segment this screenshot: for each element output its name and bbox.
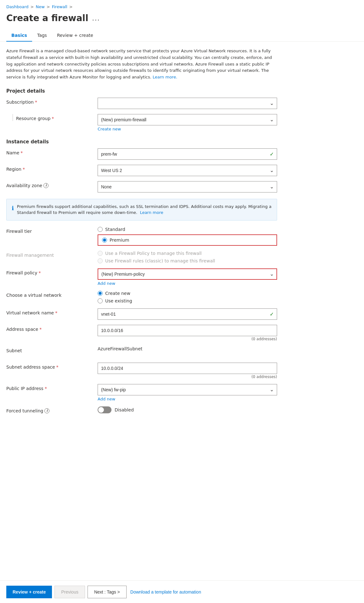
name-required: * bbox=[20, 150, 23, 155]
choose-vnet-label: Choose a virtual network bbox=[6, 291, 98, 298]
download-template-button[interactable]: Download a template for automation bbox=[129, 587, 202, 597]
region-control: West US 2 bbox=[98, 165, 277, 176]
subnet-address-space-label: Subnet address space * bbox=[6, 363, 98, 370]
public-ip-dropdown[interactable]: (New) fw-pip bbox=[98, 384, 277, 395]
firewall-management-classic[interactable]: Use Firewall rules (classic) to manage t… bbox=[98, 258, 277, 263]
forced-tunneling-label: Forced tunneling i bbox=[6, 406, 98, 413]
firewall-tier-control: Standard Premium bbox=[98, 227, 277, 246]
forced-tunneling-toggle[interactable] bbox=[98, 406, 111, 413]
subnet-value: AzureFirewallSubnet bbox=[98, 344, 142, 351]
address-space-label: Address space * bbox=[6, 325, 98, 332]
region-required: * bbox=[23, 167, 25, 172]
subnet-address-space-required: * bbox=[56, 365, 59, 370]
subnet-address-space-hint: (0 addresses) bbox=[98, 375, 277, 379]
choose-vnet-radio-group: Create new Use existing bbox=[98, 291, 277, 303]
firewall-tier-standard[interactable]: Standard bbox=[98, 227, 277, 232]
firewall-management-classic-label: Use Firewall rules (classic) to manage t… bbox=[105, 258, 215, 263]
firewall-policy-required: * bbox=[38, 270, 41, 275]
name-row: Name * ✓ bbox=[6, 148, 277, 160]
vnet-use-existing-radio[interactable] bbox=[98, 298, 103, 303]
breadcrumb: Dashboard > New > Firewall > bbox=[0, 0, 364, 12]
vnet-name-input[interactable] bbox=[98, 308, 277, 320]
tab-basics[interactable]: Basics bbox=[6, 30, 32, 42]
name-input[interactable] bbox=[98, 148, 277, 160]
subnet-address-space-control: (0 addresses) bbox=[98, 363, 277, 379]
availability-zone-info-icon[interactable]: i bbox=[43, 183, 48, 188]
next-button[interactable]: Next : Tags > bbox=[88, 586, 127, 598]
vnet-create-new[interactable]: Create new bbox=[98, 291, 277, 296]
firewall-tier-premium-box: Premium bbox=[98, 234, 277, 246]
forced-tunneling-row: Forced tunneling i Disabled bbox=[6, 406, 277, 418]
firewall-tier-premium-label: Premium bbox=[110, 238, 129, 243]
info-box-text: Premium firewalls support additional cap… bbox=[17, 204, 272, 216]
region-row: Region * West US 2 bbox=[6, 165, 277, 176]
create-new-rg-link[interactable]: Create new bbox=[98, 127, 121, 131]
forced-tunneling-slider bbox=[98, 406, 111, 413]
vnet-create-new-radio[interactable] bbox=[98, 291, 103, 296]
firewall-tier-radio-group: Standard Premium bbox=[98, 227, 277, 246]
public-ip-control: (New) fw-pip Add new bbox=[98, 384, 277, 401]
firewall-management-control: Use a Firewall Policy to manage this fir… bbox=[98, 251, 277, 263]
premium-info-box: ℹ Premium firewalls support additional c… bbox=[6, 199, 277, 221]
region-dropdown[interactable]: West US 2 bbox=[98, 165, 277, 176]
public-ip-required: * bbox=[45, 386, 47, 391]
previous-button[interactable]: Previous bbox=[54, 586, 85, 598]
forced-tunneling-status: Disabled bbox=[115, 407, 134, 412]
resource-group-row: Resource group * (New) premium-firewall … bbox=[6, 114, 277, 131]
firewall-policy-control: (New) Premium-policy Add new bbox=[98, 268, 277, 286]
resource-group-label: Resource group * bbox=[16, 114, 98, 121]
availability-zone-dropdown[interactable]: None bbox=[98, 181, 277, 192]
vnet-name-required: * bbox=[55, 310, 57, 315]
breadcrumb-new[interactable]: New bbox=[36, 4, 44, 9]
subnet-label: Subnet bbox=[6, 346, 98, 353]
section-project-details: Project details bbox=[6, 88, 277, 94]
vnet-name-label: Virtual network name * bbox=[6, 308, 98, 315]
main-content: Azure Firewall is a managed cloud-based … bbox=[0, 42, 283, 454]
resource-group-dropdown[interactable]: (New) premium-firewall bbox=[98, 114, 277, 125]
subscription-dropdown-wrapper bbox=[98, 98, 277, 109]
firewall-tier-standard-radio[interactable] bbox=[98, 227, 103, 232]
add-new-pip-link[interactable]: Add new bbox=[98, 397, 115, 401]
info-box-learn-more[interactable]: Learn more bbox=[140, 210, 163, 215]
firewall-policy-label: Firewall policy * bbox=[6, 268, 98, 275]
name-control: ✓ bbox=[98, 148, 277, 160]
tab-review-create[interactable]: Review + create bbox=[52, 30, 98, 42]
forced-tunneling-info-icon[interactable]: i bbox=[44, 408, 49, 413]
firewall-management-classic-radio bbox=[98, 258, 103, 263]
subscription-control bbox=[98, 98, 277, 109]
firewall-tier-premium[interactable]: Premium bbox=[102, 238, 129, 243]
vnet-name-row: Virtual network name * ✓ bbox=[6, 308, 277, 320]
firewall-tier-premium-radio[interactable] bbox=[102, 238, 107, 243]
choose-vnet-row: Choose a virtual network Create new Use … bbox=[6, 291, 277, 303]
indent-spacer bbox=[6, 114, 13, 121]
firewall-management-policy[interactable]: Use a Firewall Policy to manage this fir… bbox=[98, 251, 277, 256]
tab-tags[interactable]: Tags bbox=[32, 30, 52, 42]
resource-group-control: (New) premium-firewall Create new bbox=[98, 114, 277, 131]
address-space-hint: (0 addresses) bbox=[98, 337, 277, 341]
add-new-policy-link[interactable]: Add new bbox=[98, 281, 115, 286]
indent-line bbox=[13, 114, 13, 121]
subscription-dropdown[interactable] bbox=[98, 98, 277, 109]
firewall-tier-row: Firewall tier Standard Premium bbox=[6, 227, 277, 246]
breadcrumb-sep-1: > bbox=[31, 4, 34, 9]
breadcrumb-sep-2: > bbox=[47, 4, 50, 9]
public-ip-row: Public IP address * (New) fw-pip Add new bbox=[6, 384, 277, 401]
vnet-use-existing[interactable]: Use existing bbox=[98, 298, 277, 303]
address-space-input[interactable] bbox=[98, 325, 277, 336]
availability-zone-label: Availability zone i bbox=[6, 181, 98, 188]
breadcrumb-dashboard[interactable]: Dashboard bbox=[6, 4, 29, 9]
forced-tunneling-control: Disabled bbox=[98, 406, 277, 413]
breadcrumb-firewall[interactable]: Firewall bbox=[52, 4, 67, 9]
subnet-address-space-input[interactable] bbox=[98, 363, 277, 374]
review-create-button[interactable]: Review + create bbox=[6, 586, 52, 598]
name-label: Name * bbox=[6, 148, 98, 155]
learn-more-link[interactable]: Learn more. bbox=[153, 75, 177, 79]
firewall-policy-dropdown[interactable]: (New) Premium-policy bbox=[98, 268, 277, 280]
subscription-required: * bbox=[35, 100, 37, 105]
firewall-management-radio-group: Use a Firewall Policy to manage this fir… bbox=[98, 251, 277, 263]
firewall-policy-row: Firewall policy * (New) Premium-policy A… bbox=[6, 268, 277, 286]
address-space-row: Address space * (0 addresses) bbox=[6, 325, 277, 341]
firewall-management-label: Firewall management bbox=[6, 251, 98, 258]
more-options-button[interactable]: ... bbox=[92, 14, 100, 22]
firewall-tier-standard-label: Standard bbox=[105, 227, 125, 232]
